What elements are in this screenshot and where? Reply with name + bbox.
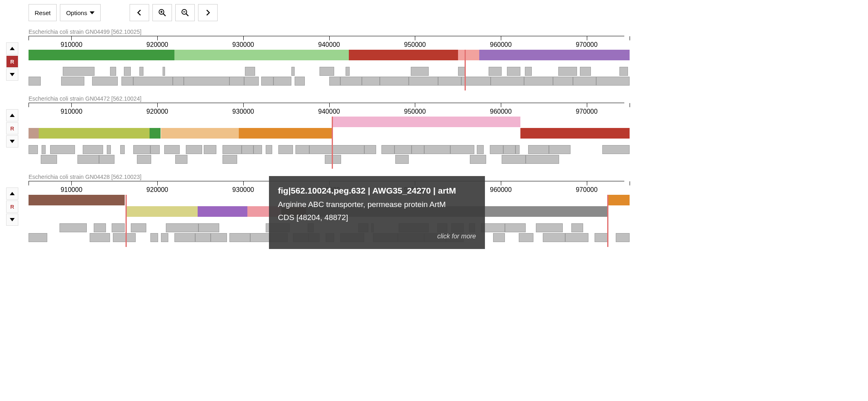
feature-segment[interactable] xyxy=(29,195,125,205)
feature-segment[interactable] xyxy=(616,233,630,242)
feature-segment[interactable] xyxy=(516,145,520,154)
feature-segment[interactable] xyxy=(186,145,202,154)
feature-segment[interactable] xyxy=(29,50,174,60)
feature-segment[interactable] xyxy=(90,233,110,242)
feature-segment[interactable] xyxy=(409,77,438,86)
feature-segment[interactable] xyxy=(438,77,461,86)
track-viz[interactable]: 9100009200009300009400009500009600009700… xyxy=(29,103,624,165)
feature-segment[interactable] xyxy=(571,223,584,232)
feature-segment[interactable] xyxy=(150,233,158,242)
feature-segment[interactable] xyxy=(198,223,219,232)
feature-segment[interactable] xyxy=(42,145,46,154)
feature-segment[interactable] xyxy=(29,77,41,86)
scroll-left-button[interactable] xyxy=(130,4,149,21)
feature-segment[interactable] xyxy=(166,223,198,232)
feature-segment[interactable] xyxy=(99,155,115,164)
feature-segment[interactable] xyxy=(126,233,136,242)
feature-segment[interactable] xyxy=(41,155,57,164)
feature-segment[interactable] xyxy=(174,233,195,242)
reverse-strand-button[interactable]: R xyxy=(6,55,18,68)
feature-segment[interactable] xyxy=(450,145,474,154)
feature-segment[interactable] xyxy=(83,145,104,154)
feature-segment[interactable] xyxy=(133,77,173,86)
move-up-button[interactable] xyxy=(6,42,18,55)
feature-segment[interactable] xyxy=(161,233,169,242)
feature-segment[interactable] xyxy=(558,67,577,76)
feature-segment[interactable] xyxy=(92,77,118,86)
feature-segment[interactable] xyxy=(139,67,144,76)
feature-segment[interactable] xyxy=(250,233,270,242)
feature-segment[interactable] xyxy=(395,155,409,164)
options-button[interactable]: Options xyxy=(60,4,101,21)
feature-segment[interactable] xyxy=(519,233,533,242)
feature-segment[interactable] xyxy=(553,77,573,86)
feature-segment[interactable] xyxy=(565,233,588,242)
feature-segment[interactable] xyxy=(295,145,309,154)
feature-segment[interactable] xyxy=(362,77,380,86)
feature-segment[interactable] xyxy=(458,50,480,60)
feature-segment[interactable] xyxy=(164,145,180,154)
feature-segment[interactable] xyxy=(596,77,630,86)
feature-segment[interactable] xyxy=(163,67,165,76)
feature-segment[interactable] xyxy=(253,145,262,154)
feature-segment[interactable] xyxy=(309,145,333,154)
feature-segment[interactable] xyxy=(195,233,211,242)
feature-segment[interactable] xyxy=(29,233,47,242)
feature-segment[interactable] xyxy=(107,145,111,154)
feature-segment[interactable] xyxy=(126,206,198,217)
feature-segment[interactable] xyxy=(329,77,340,86)
feature-segment[interactable] xyxy=(502,155,526,164)
feature-segment[interactable] xyxy=(77,155,99,164)
feature-segment[interactable] xyxy=(332,117,521,127)
feature-segment[interactable] xyxy=(291,67,295,76)
feature-segment[interactable] xyxy=(549,145,571,154)
zoom-in-button[interactable] xyxy=(152,4,172,21)
feature-segment[interactable] xyxy=(174,50,349,60)
feature-segment[interactable] xyxy=(124,67,131,76)
feature-segment[interactable] xyxy=(245,67,255,76)
move-down-button[interactable] xyxy=(6,135,18,148)
feature-segment[interactable] xyxy=(346,67,350,76)
feature-segment[interactable] xyxy=(198,206,247,217)
feature-segment[interactable] xyxy=(173,77,184,86)
feature-segment[interactable] xyxy=(242,145,254,154)
feature-segment[interactable] xyxy=(524,77,553,86)
move-up-button[interactable] xyxy=(6,187,18,200)
feature-segment[interactable] xyxy=(333,145,364,154)
feature-segment[interactable] xyxy=(175,155,187,164)
feature-segment[interactable] xyxy=(364,145,377,154)
move-down-button[interactable] xyxy=(6,68,18,81)
feature-segment[interactable] xyxy=(528,145,549,154)
feature-segment[interactable] xyxy=(607,195,630,205)
move-down-button[interactable] xyxy=(6,214,18,226)
feature-segment[interactable] xyxy=(503,145,516,154)
feature-segment[interactable] xyxy=(490,145,504,154)
feature-segment[interactable] xyxy=(340,77,362,86)
move-up-button[interactable] xyxy=(6,109,18,121)
feature-segment[interactable] xyxy=(489,67,502,76)
feature-segment[interactable] xyxy=(112,223,125,232)
feature-segment[interactable] xyxy=(573,77,596,86)
feature-segment[interactable] xyxy=(239,128,332,139)
feature-segment[interactable] xyxy=(63,67,95,76)
feature-segment[interactable] xyxy=(412,145,425,154)
feature-segment[interactable] xyxy=(278,145,293,154)
feature-segment[interactable] xyxy=(223,145,241,154)
feature-segment[interactable] xyxy=(261,77,273,86)
feature-segment[interactable] xyxy=(543,233,565,242)
feature-segment[interactable] xyxy=(133,145,150,154)
feature-tooltip[interactable]: fig|562.10024.peg.632 | AWG35_24270 | ar… xyxy=(269,176,485,249)
feature-segment[interactable] xyxy=(536,223,562,232)
feature-segment[interactable] xyxy=(380,77,409,86)
feature-segment[interactable] xyxy=(39,128,150,139)
feature-segment[interactable] xyxy=(595,233,608,242)
track-viz[interactable]: 9100009200009300009400009500009600009700… xyxy=(29,36,624,86)
feature-segment[interactable] xyxy=(184,77,229,86)
scroll-right-button[interactable] xyxy=(198,4,218,21)
zoom-out-button[interactable] xyxy=(175,4,195,21)
feature-segment[interactable] xyxy=(29,128,39,139)
feature-segment[interactable] xyxy=(121,77,134,86)
feature-segment[interactable] xyxy=(113,233,127,242)
feature-segment[interactable] xyxy=(619,67,628,76)
feature-segment[interactable] xyxy=(411,67,429,76)
